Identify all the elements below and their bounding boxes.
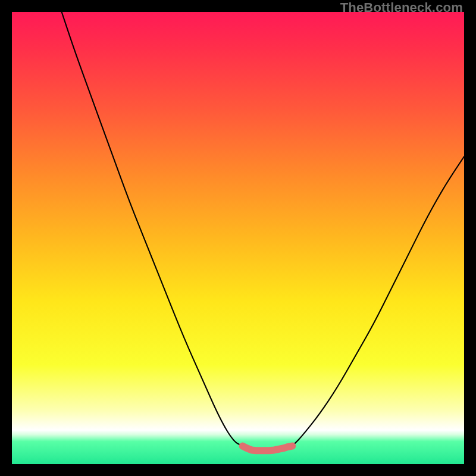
chart-frame	[12, 12, 464, 464]
bottom-marker-band	[243, 446, 293, 451]
bottleneck-curve-plot	[12, 12, 464, 464]
left-branch-line	[62, 12, 243, 446]
right-branch-line	[292, 156, 464, 446]
curve-group	[62, 12, 464, 450]
watermark-text: TheBottleneck.com	[340, 0, 463, 15]
